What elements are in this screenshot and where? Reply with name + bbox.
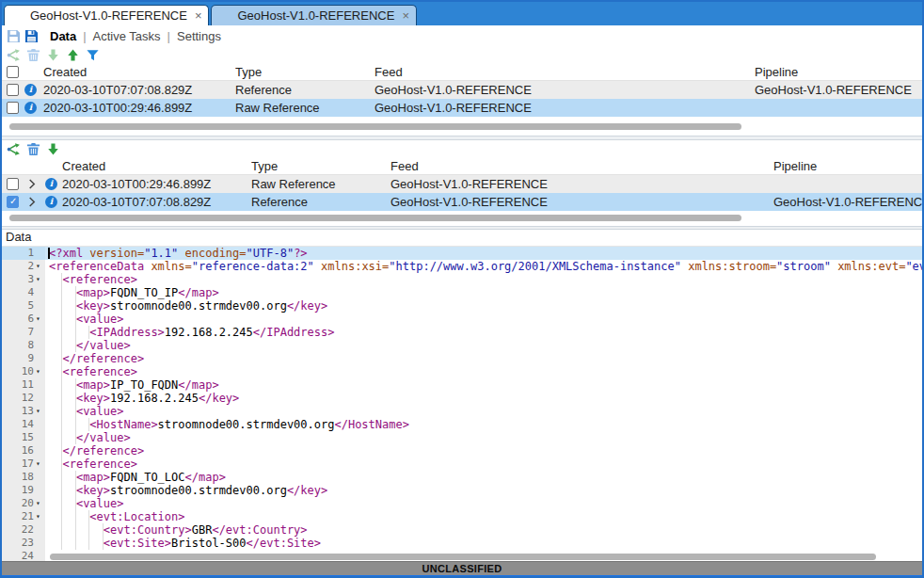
line-number: 11 [22,378,36,392]
fold-icon[interactable]: ▾ [36,365,45,378]
stroom-window: GeoHost-V1.0-REFERENCE × GeoHost-V1.0-RE… [0,0,924,578]
editor-hscroll-thumb[interactable] [50,554,876,560]
select-all-checkbox[interactable] [7,66,19,78]
expand-chevron-icon[interactable] [24,197,45,207]
menu-separator: | [83,29,86,43]
save-buttons [7,29,39,43]
related-table-body: i2020-03-10T00:29:46.899ZRaw ReferenceGe… [2,175,922,211]
download-icon[interactable] [46,142,60,156]
line-number: 10 [22,365,36,378]
info-icon[interactable]: i [24,84,37,96]
column-header-feed[interactable]: Feed [374,65,755,79]
line-number: 13 [22,405,36,418]
delete-icon[interactable] [26,142,40,156]
line-number: 15 [22,431,36,444]
column-header-pipeline[interactable]: Pipeline [755,65,922,79]
fold-icon[interactable]: ▾ [36,405,45,418]
info-icon[interactable]: i [45,196,57,208]
line-number: 22 [22,523,36,537]
code-line: 7 <IPAddress>192.168.2.245</IPAddress> [2,326,922,339]
column-header-type[interactable]: Type [251,159,390,173]
close-icon[interactable]: × [195,9,202,22]
column-header-type[interactable]: Type [235,65,374,79]
line-number: 2 [27,260,36,273]
fold-icon[interactable]: ▾ [36,313,45,326]
hscroll-thumb[interactable] [9,215,741,221]
cell-type: Reference [235,83,374,97]
close-icon[interactable]: × [402,9,409,22]
table-row[interactable]: i2020-03-10T00:29:46.899ZRaw ReferenceGe… [2,99,922,117]
code-line: 9 </reference> [2,352,922,365]
fold-icon[interactable]: ▾ [36,260,45,273]
table-row[interactable]: i2020-03-10T07:07:08.829ZReferenceGeoHos… [2,81,922,99]
fold-icon[interactable]: ▾ [36,273,45,286]
line-number: 23 [22,537,36,550]
line-number: 21 [22,510,36,523]
gutter-cell: 14 [2,418,45,431]
save-all-icon[interactable] [24,29,39,43]
gutter-cell: 13▾ [2,405,45,418]
gutter-cell: 19 [2,484,45,497]
feed-icon [11,8,25,23]
fold-icon[interactable]: ▾ [36,510,45,523]
code-line: 11 <map>IP_TO_FQDN</map> [2,378,922,392]
code-line: 3▾ <reference> [2,273,922,286]
save-icon[interactable] [7,29,21,43]
menu-item-settings[interactable]: Settings [177,29,221,43]
table-row[interactable]: i2020-03-10T00:29:46.899ZRaw ReferenceGe… [2,175,922,193]
code-line: 13▾ <value> [2,405,922,418]
code-line: 4 <map>FQDN_TO_IP</map> [2,286,922,299]
menu-item-data[interactable]: Data [50,29,76,43]
code-line: 16 </reference> [2,444,922,458]
tab-geohost-reference-pipeline[interactable]: GeoHost-V1.0-REFERENCE × [211,5,416,25]
gutter-cell: 23 [2,537,45,550]
editor-lines: 1<?xml version="1.1" encoding="UTF-8"?>2… [2,247,922,561]
code-line: 8 </value> [2,339,922,352]
gutter-cell: 21▾ [2,510,45,523]
line-number: 4 [27,286,36,299]
upload-icon[interactable] [66,48,80,62]
hscroll-thumb[interactable] [9,123,741,130]
column-header-created[interactable]: Created [43,65,235,79]
process-icon[interactable] [7,142,21,156]
fold-icon[interactable]: ▾ [36,497,45,510]
cell-created: 2020-03-10T00:29:46.899Z [62,177,251,191]
row-checkbox[interactable] [7,102,19,114]
xml-editor[interactable]: 1<?xml version="1.1" encoding="UTF-8"?>2… [2,246,922,561]
row-checkbox[interactable] [7,84,19,96]
column-header-pipeline[interactable]: Pipeline [773,159,922,173]
gutter-cell: 16 [2,444,45,458]
line-number: 7 [27,326,36,339]
tab-geohost-reference-feed[interactable]: GeoHost-V1.0-REFERENCE × [4,5,209,25]
info-icon[interactable]: i [45,178,57,190]
cell-type: Raw Reference [235,101,374,115]
download-icon[interactable] [46,48,60,62]
row-checkbox[interactable] [7,196,19,208]
line-number: 19 [22,484,36,497]
expand-chevron-icon[interactable] [24,179,45,189]
table-row[interactable]: i2020-03-10T07:07:08.829ZReferenceGeoHos… [2,193,922,211]
data-section-label: Data [2,230,922,246]
cell-type: Raw Reference [251,177,390,191]
row-checkbox[interactable] [7,178,19,190]
gutter-cell: 5 [2,299,45,313]
info-icon[interactable]: i [24,102,37,114]
column-header-feed[interactable]: Feed [390,159,773,173]
delete-icon[interactable] [26,48,40,62]
line-number: 24 [22,550,36,561]
gutter-cell: 17▾ [2,458,45,471]
filter-icon[interactable] [86,48,100,62]
main-toolbar: Data | Active Tasks | Settings [2,25,922,46]
gutter-cell: 7 [2,326,45,339]
code-line: 10▾ <reference> [2,365,922,378]
column-header-created[interactable]: Created [62,159,251,173]
code-line: 23 <evt:Site>Bristol-S00</evt:Site> [2,537,922,550]
process-icon[interactable] [7,48,21,62]
code-line: 21▾ <evt:Location> [2,510,922,523]
cell-created: 2020-03-10T07:07:08.829Z [43,83,235,97]
fold-icon[interactable]: ▾ [36,458,45,471]
line-number: 18 [22,471,36,484]
menu-item-active-tasks[interactable]: Active Tasks [93,29,161,43]
cell-feed: GeoHost-V1.0-REFERENCE [390,195,773,209]
tab-label: GeoHost-V1.0-REFERENCE [30,8,187,23]
